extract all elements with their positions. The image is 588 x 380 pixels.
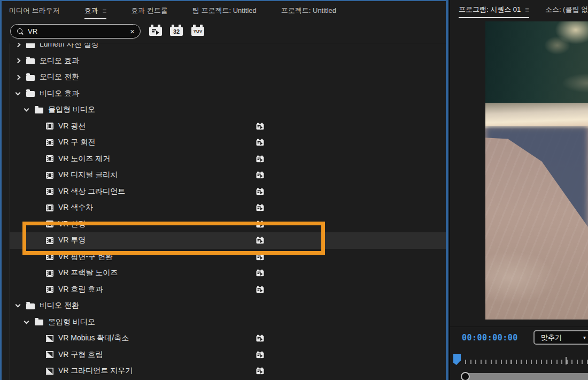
panel-menu-icon[interactable]: ≡ xyxy=(103,7,107,15)
effect-icon xyxy=(46,155,53,162)
video-trees-region xyxy=(485,21,588,107)
accelerated-effect-badge-icon xyxy=(256,139,264,146)
horizontal-scrollbar[interactable] xyxy=(462,373,588,380)
accelerated-effect-badge-icon xyxy=(256,335,264,342)
tab-program-sequence[interactable]: 프로그램: 시퀀스 01 ≡ xyxy=(459,5,529,18)
tree-row-vr-sharpen[interactable]: VR 선명 xyxy=(10,216,446,233)
clear-search-icon[interactable]: × xyxy=(130,27,135,35)
tree-row-vr-mobius-zoom[interactable]: VR Mobius 확대/축소 xyxy=(10,330,446,347)
tab-effect-controls[interactable]: 효과 컨트롤 xyxy=(131,6,168,18)
tree-row-vr-projection[interactable]: VR 투영 xyxy=(10,232,446,249)
tab-source[interactable]: 소스: (클립 없음) xyxy=(545,5,588,17)
effect-icon xyxy=(46,270,53,277)
effects-toolbar: × 32 YUV xyxy=(2,21,446,42)
chevron-right-icon[interactable] xyxy=(16,43,21,47)
panel-menu-icon[interactable]: ≡ xyxy=(525,6,529,14)
accelerated-effect-badge-icon xyxy=(256,155,264,162)
folder-icon xyxy=(26,91,35,97)
folder-icon xyxy=(26,303,35,309)
current-timecode[interactable]: 00:00:00:00 xyxy=(462,333,518,343)
effect-icon xyxy=(46,172,53,179)
accelerated-effect-badge-icon xyxy=(256,286,264,293)
effect-icon xyxy=(46,188,53,195)
program-monitor-panel: 프로그램: 시퀀스 01 ≡ 소스: (클립 없음) 00:00:00:00 맞… xyxy=(450,0,588,380)
accelerated-effect-badge-icon xyxy=(256,204,264,211)
folder-icon xyxy=(26,43,35,48)
effect-icon xyxy=(46,221,53,227)
search-icon xyxy=(17,28,23,34)
chevron-down-icon[interactable] xyxy=(16,302,21,308)
chevron-down-icon[interactable] xyxy=(24,318,29,324)
accelerated-effects-filter-button[interactable] xyxy=(149,27,162,36)
tree-row-immersive-video[interactable]: 몰입형 비디오 xyxy=(10,102,446,118)
accelerated-effect-badge-icon xyxy=(256,237,264,244)
yuv-effects-filter-button[interactable]: YUV xyxy=(191,27,204,36)
accelerated-effect-badge-icon xyxy=(256,270,264,277)
transition-icon xyxy=(46,368,53,375)
effects-search-box[interactable]: × xyxy=(10,24,141,39)
tree-row-vr-blur[interactable]: VR 흐림 효과 xyxy=(10,282,446,298)
effect-icon xyxy=(46,286,53,293)
transport-controls: 00:00:00:00 맞추기 ▾ xyxy=(450,326,588,380)
tree-row-vr-de-noise[interactable]: VR 노이즈 제거 xyxy=(10,151,446,168)
panel-tab-bar: 미디어 브라우저 효과 ≡ 효과 컨트롤 팀 프로젝트: Untitled 프로… xyxy=(2,1,446,20)
chevron-down-icon[interactable] xyxy=(16,90,21,95)
folder-icon xyxy=(35,320,43,325)
accelerated-effect-badge-icon xyxy=(256,172,264,179)
tree-row-vr-spherical-blur[interactable]: VR 구형 흐림 xyxy=(10,347,446,363)
tab-media-browser[interactable]: 미디어 브라우저 xyxy=(9,6,60,18)
effects-panel: 미디어 브라우저 효과 ≡ 효과 컨트롤 팀 프로젝트: Untitled 프로… xyxy=(0,0,448,380)
tree-row-vr-rotate-sphere[interactable]: VR 구 회전 xyxy=(10,134,446,151)
tab-effects[interactable]: 효과 ≡ xyxy=(84,6,107,19)
tree-row-vr-color-gradients[interactable]: VR 색상 그라디언트 xyxy=(10,184,446,200)
accelerated-effect-badge-icon xyxy=(256,368,264,375)
tree-row-video-effects[interactable]: 비디오 효과 xyxy=(10,86,446,102)
tree-row-vr-fractal-noise[interactable]: VR 프랙탈 노이즈 xyxy=(10,265,446,282)
premiere-workspace: 미디어 브라우저 효과 ≡ 효과 컨트롤 팀 프로젝트: Untitled 프로… xyxy=(0,0,588,380)
tree-row-vr-light-rays[interactable]: VR 광선 xyxy=(10,118,446,135)
zoom-fit-dropdown[interactable]: 맞추기 ▾ xyxy=(533,330,588,345)
folder-icon xyxy=(26,75,35,81)
tree-row-audio-transitions[interactable]: 오디오 전환 xyxy=(10,69,446,86)
program-tab-bar: 프로그램: 시퀀스 01 ≡ 소스: (클립 없음) xyxy=(450,0,588,19)
transition-icon xyxy=(46,351,53,358)
effects-tree: Lumetri 사전 설정 오디오 효과 오디오 전환 비디오 효과 몰입형 비 xyxy=(9,43,446,380)
chevron-down-icon: ▾ xyxy=(583,335,586,340)
effect-icon xyxy=(46,237,53,244)
playhead-marker[interactable] xyxy=(453,354,461,365)
accelerated-effect-badge-icon xyxy=(256,351,264,358)
time-ruler[interactable] xyxy=(465,360,588,364)
chevron-down-icon[interactable] xyxy=(24,107,29,112)
time-ruler-major-tick xyxy=(566,357,567,364)
accelerated-effect-badge-icon xyxy=(256,253,264,260)
folder-icon xyxy=(35,108,43,113)
chevron-right-icon[interactable] xyxy=(16,74,21,80)
tab-project[interactable]: 프로젝트: Untitled xyxy=(281,6,336,18)
tree-row-vr-gradient-wipe[interactable]: VR 그라디언트 지우기 xyxy=(10,363,446,379)
transition-icon xyxy=(46,335,53,342)
32bit-color-filter-button[interactable]: 32 xyxy=(170,27,183,36)
tab-team-project[interactable]: 팀 프로젝트: Untitled xyxy=(192,6,257,18)
effect-icon xyxy=(46,139,53,146)
accelerated-effect-badge-icon xyxy=(256,188,264,195)
chevron-right-icon[interactable] xyxy=(16,58,21,64)
accelerated-effect-badge-icon xyxy=(256,123,264,130)
tree-row-audio-effects[interactable]: 오디오 효과 xyxy=(10,53,446,70)
tree-row-immersive-video-transitions[interactable]: 몰입형 비디오 xyxy=(10,314,446,331)
tree-row-vr-chromatic-aberrations[interactable]: VR 색수차 xyxy=(10,200,446,216)
accelerated-effect-icon xyxy=(151,28,160,35)
tree-row-vr-plane-to-sphere[interactable]: VR 평면-구 변환 xyxy=(10,249,446,265)
accelerated-effect-badge-icon xyxy=(256,221,264,227)
effect-icon xyxy=(46,253,53,260)
tree-row-video-transitions[interactable]: 비디오 전환 xyxy=(10,298,446,314)
program-video-preview xyxy=(485,21,588,320)
search-input[interactable] xyxy=(28,27,127,35)
effect-icon xyxy=(46,123,53,130)
horizontal-scrollbar-knob[interactable] xyxy=(461,372,470,380)
tree-row-vr-digital-glitch[interactable]: VR 디지털 글리치 xyxy=(10,167,446,184)
folder-icon xyxy=(26,58,35,64)
tree-row-lumetri-presets[interactable]: Lumetri 사전 설정 xyxy=(10,43,446,53)
effect-icon xyxy=(46,204,53,211)
